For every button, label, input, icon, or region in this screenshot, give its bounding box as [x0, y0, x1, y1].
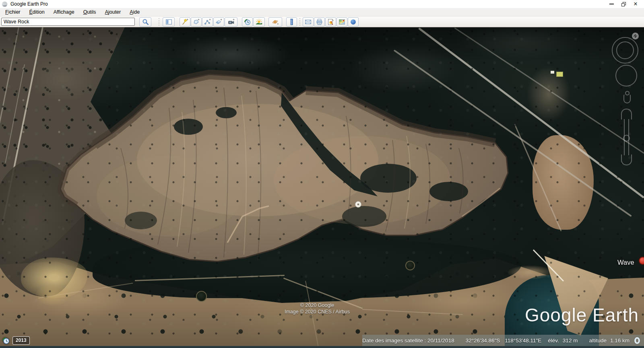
historical-clock-icon[interactable] — [2, 337, 10, 344]
ruler-button[interactable] — [286, 17, 297, 27]
add-placemark-button[interactable] — [180, 17, 190, 27]
view-in-google-maps-button[interactable] — [336, 17, 347, 27]
status-bar: Date des images satellite : 20/11/2018 3… — [362, 335, 644, 346]
record-tour-button[interactable] — [225, 17, 237, 27]
placemark-pin-icon[interactable] — [639, 257, 644, 265]
imagery-date-text: Date des images satellite : 20/11/2018 — [362, 338, 454, 344]
zoom-out-button[interactable] — [621, 154, 632, 165]
building — [556, 72, 563, 77]
elevation-label: élév. — [548, 338, 559, 344]
toolbar — [0, 16, 644, 27]
window-controls: × — [605, 0, 642, 8]
copyright-line: Image © 2020 CNES / Airbus — [253, 309, 382, 315]
add-polygon-button[interactable] — [191, 17, 202, 27]
restore-icon — [621, 2, 626, 6]
restore-button[interactable] — [617, 0, 630, 8]
look-joystick[interactable] — [615, 65, 637, 86]
pond — [405, 261, 415, 270]
add-path-button[interactable] — [202, 17, 213, 27]
google-earth-window: Google Earth Pro × FichierÉditionAfficha… — [0, 0, 644, 348]
pond — [196, 291, 207, 302]
pegman-icon[interactable] — [623, 91, 632, 107]
menu-bar: FichierÉditionAffichageOutilsAjouterAide — [0, 8, 644, 16]
google-earth-app-icon — [2, 1, 8, 7]
menu-item-affichage[interactable]: Affichage — [49, 8, 79, 16]
email-button[interactable] — [303, 17, 314, 27]
toolbar-separator — [299, 18, 300, 26]
compass-inner-ring — [616, 41, 634, 59]
close-icon: × — [634, 1, 637, 7]
title-bar: Google Earth Pro × — [0, 0, 644, 8]
zoom-slider-handle[interactable] — [623, 135, 630, 142]
longitude-text: 118°53'48.11"E — [505, 338, 541, 344]
map-copyright: © 2020 Google Image © 2020 CNES / Airbus — [253, 303, 382, 315]
menu-item-outils[interactable]: Outils — [79, 8, 101, 16]
copyright-line: © 2020 Google — [253, 303, 382, 309]
search-input[interactable] — [1, 18, 135, 26]
globe-button[interactable] — [348, 17, 359, 27]
close-button[interactable]: × — [630, 0, 642, 8]
google-earth-watermark: Google Earth — [525, 304, 639, 326]
menu-item-aide[interactable]: Aide — [125, 8, 144, 16]
altitude-label: altitude — [589, 338, 607, 344]
sunlight-button[interactable] — [253, 17, 265, 27]
search-button[interactable] — [139, 17, 151, 27]
building — [551, 71, 554, 74]
menu-item-édition[interactable]: Édition — [25, 8, 49, 16]
minimize-icon — [609, 4, 614, 4]
menu-item-ajouter[interactable]: Ajouter — [101, 8, 126, 16]
imagery-year-badge[interactable]: 2013 — [12, 336, 30, 345]
historical-imagery-button[interactable] — [242, 17, 253, 27]
latitude-text: 32°26'34.86"S — [466, 338, 500, 344]
window-title: Google Earth Pro — [10, 1, 48, 7]
add-image-overlay-button[interactable] — [213, 17, 224, 27]
satellite-map-view[interactable]: © 2020 Google Image © 2020 CNES / Airbus… — [0, 27, 644, 348]
print-button[interactable] — [314, 17, 325, 27]
zoom-in-button[interactable] — [621, 109, 632, 119]
minimize-button[interactable] — [605, 0, 617, 8]
save-image-button[interactable] — [325, 17, 336, 27]
placemark-label[interactable]: Wave — [617, 259, 634, 266]
planets-button[interactable] — [268, 17, 282, 27]
toggle-sidebar-button[interactable] — [163, 17, 175, 27]
toolbar-separator — [159, 18, 159, 26]
streaming-indicator-icon — [634, 337, 640, 344]
menu-item-fichier[interactable]: Fichier — [1, 8, 25, 16]
window-bottom-strip — [0, 346, 644, 348]
altitude-value: 1.16 km — [610, 338, 630, 344]
elevation-value: 312 m — [563, 338, 578, 344]
